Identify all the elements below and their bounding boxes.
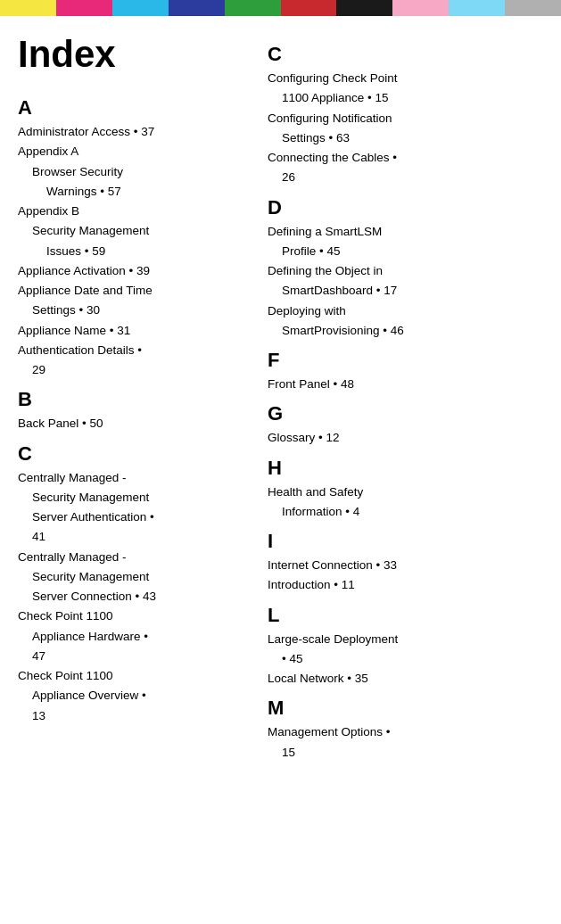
index-entry: Security Management bbox=[18, 568, 250, 586]
left-column: Index AAdministrator Access • 37Appendix… bbox=[18, 34, 250, 763]
index-entry: Glossary • 12 bbox=[268, 429, 543, 447]
color-bar-black bbox=[336, 0, 392, 16]
index-entry: Information • 4 bbox=[268, 503, 543, 521]
color-bar bbox=[0, 0, 561, 16]
page-title: Index bbox=[18, 34, 250, 75]
index-entry: Connecting the Cables • bbox=[268, 149, 543, 167]
index-entry: Large-scale Deployment bbox=[268, 631, 543, 648]
index-entry: Centrally Managed - bbox=[18, 469, 250, 487]
index-entry: Deploying with bbox=[268, 302, 543, 320]
color-bar-pink bbox=[56, 0, 112, 16]
index-entry: Administrator Access • 37 bbox=[18, 123, 250, 141]
section-letter-a: A bbox=[18, 96, 250, 120]
color-bar-gray bbox=[505, 0, 561, 16]
index-entry: Security Management bbox=[18, 489, 250, 507]
section-letter-h: H bbox=[268, 457, 543, 480]
index-entry: Issues • 59 bbox=[18, 243, 250, 260]
index-entry: 41 bbox=[18, 528, 250, 546]
index-entry: 13 bbox=[18, 707, 250, 725]
section-letter-i: I bbox=[268, 530, 543, 553]
color-bar-red bbox=[281, 0, 337, 16]
index-entry: Appliance Hardware • bbox=[18, 628, 250, 646]
section-letter-g: G bbox=[268, 402, 543, 425]
color-bar-dark-blue bbox=[169, 0, 225, 16]
index-entry: Defining a SmartLSM bbox=[268, 223, 543, 241]
index-entry: SmartDashboard • 17 bbox=[268, 282, 543, 300]
color-bar-light-pink bbox=[392, 0, 449, 16]
index-entry: Management Options • bbox=[268, 723, 543, 741]
color-bar-green bbox=[225, 0, 281, 16]
index-entry: 1100 Appliance • 15 bbox=[268, 89, 543, 107]
section-letter-c: C bbox=[18, 442, 250, 466]
section-letter-d: D bbox=[268, 196, 543, 219]
index-entry: 47 bbox=[18, 648, 250, 665]
index-entry: 26 bbox=[268, 169, 543, 186]
index-entry: Check Point 1100 bbox=[18, 667, 250, 685]
index-entry: Authentication Details • bbox=[18, 342, 250, 359]
section-letter-l: L bbox=[268, 604, 543, 627]
section-letter-b: B bbox=[18, 388, 250, 411]
index-entry: Centrally Managed - bbox=[18, 549, 250, 566]
index-entry: Appliance Name • 31 bbox=[18, 322, 250, 340]
index-entry: Appendix B bbox=[18, 202, 250, 220]
index-entry: Front Panel • 48 bbox=[268, 375, 543, 393]
index-entry: Server Authentication • bbox=[18, 508, 250, 526]
index-entry: Check Point 1100 bbox=[18, 607, 250, 625]
index-entry: Appliance Activation • 39 bbox=[18, 262, 250, 280]
index-entry: Settings • 30 bbox=[18, 301, 250, 319]
index-entry: Appendix A bbox=[18, 143, 250, 161]
section-letter-f: F bbox=[268, 349, 543, 372]
index-entry: Back Panel • 50 bbox=[18, 415, 250, 433]
index-entry: Defining the Object in bbox=[268, 262, 543, 280]
index-entry: 29 bbox=[18, 361, 250, 379]
index-entry: Configuring Check Point bbox=[268, 70, 543, 87]
index-entry: Server Connection • 43 bbox=[18, 588, 250, 606]
index-entry: Profile • 45 bbox=[268, 243, 543, 260]
index-entry: Security Management bbox=[18, 222, 250, 240]
index-entry: Configuring Notification bbox=[268, 110, 543, 128]
index-entry: Appliance Date and Time bbox=[18, 282, 250, 300]
section-letter-m: M bbox=[268, 697, 543, 720]
right-column: CConfiguring Check Point1100 Appliance •… bbox=[268, 34, 543, 763]
index-entry: Appliance Overview • bbox=[18, 687, 250, 705]
index-entry: Local Network • 35 bbox=[268, 670, 543, 688]
index-entry: SmartProvisioning • 46 bbox=[268, 322, 543, 340]
index-entry: Settings • 63 bbox=[268, 129, 543, 147]
index-entry: Browser Security bbox=[18, 163, 250, 181]
index-entry: Health and Safety bbox=[268, 483, 543, 501]
section-letter-c: C bbox=[268, 43, 543, 66]
index-entry: • 45 bbox=[268, 650, 543, 668]
index-entry: 15 bbox=[268, 744, 543, 762]
color-bar-light-blue bbox=[112, 0, 169, 16]
index-entry: Warnings • 57 bbox=[18, 183, 250, 201]
index-entry: Introduction • 11 bbox=[268, 576, 543, 594]
index-entry: Internet Connection • 33 bbox=[268, 557, 543, 574]
color-bar-yellow bbox=[0, 0, 56, 16]
color-bar-light-cyan bbox=[449, 0, 505, 16]
